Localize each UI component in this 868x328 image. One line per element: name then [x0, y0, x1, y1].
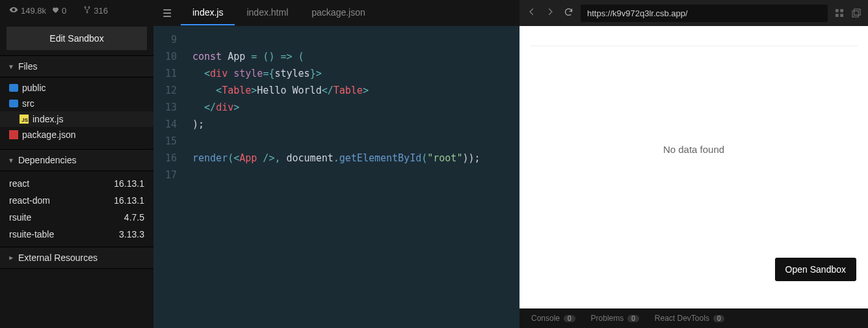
- dep-react-dom[interactable]: react-dom16.13.1: [0, 192, 153, 209]
- file-label: src: [22, 98, 34, 109]
- preview-panel: https://k9v972q3lr.csb.app/ No data foun…: [519, 0, 868, 328]
- file-package-json[interactable]: package.json: [0, 127, 153, 143]
- forward-button[interactable]: [544, 7, 556, 19]
- new-window-icon[interactable]: [851, 8, 861, 18]
- file-index-js[interactable]: JSindex.js: [0, 111, 153, 127]
- chevron-down-icon: ▼: [8, 157, 14, 164]
- ext-label: External Resources: [18, 253, 98, 263]
- files-section-header[interactable]: ▼ Files: [0, 55, 153, 77]
- deps-section-header[interactable]: ▼ Dependencies: [0, 149, 153, 171]
- deps-list: react16.13.1react-dom16.13.1rsuite4.7.5r…: [0, 171, 153, 247]
- reload-button[interactable]: [562, 7, 574, 20]
- preview-body: No data found Open Sandbox: [519, 26, 868, 308]
- open-sandbox-button[interactable]: Open Sandbox: [775, 258, 856, 281]
- svg-rect-4: [840, 9, 843, 12]
- deps-label: Dependencies: [18, 155, 77, 165]
- dep-name: react: [9, 178, 29, 189]
- views-stat: 149.8k: [9, 5, 46, 16]
- sidebar: 149.8k 0 316 Edit Sandbox ▼ Files public…: [0, 0, 153, 328]
- likes-count: 0: [62, 6, 66, 16]
- svg-point-0: [85, 7, 86, 8]
- tab-index-html[interactable]: index.html: [235, 1, 300, 25]
- devtab-problems[interactable]: Problems0: [591, 314, 639, 323]
- devtools-bar: Console0Problems0React DevTools0: [519, 308, 868, 328]
- svg-rect-7: [854, 9, 860, 15]
- dep-name: rsuite-table: [9, 229, 54, 239]
- edit-sandbox-button[interactable]: Edit Sandbox: [7, 27, 147, 50]
- dep-react[interactable]: react16.13.1: [0, 175, 153, 192]
- devtab-console[interactable]: Console0: [531, 314, 575, 323]
- url-bar[interactable]: https://k9v972q3lr.csb.app/: [581, 5, 828, 22]
- svg-rect-3: [835, 9, 839, 12]
- js-icon: JS: [20, 115, 29, 124]
- file-label: package.json: [22, 130, 76, 140]
- folder-icon: [9, 100, 18, 107]
- file-label: index.js: [33, 114, 63, 124]
- tab-package-json[interactable]: package.json: [300, 1, 377, 25]
- dep-version: 16.13.1: [114, 195, 144, 206]
- tab-index-js[interactable]: index.js: [181, 1, 235, 25]
- expand-icon[interactable]: [834, 8, 845, 18]
- files-label: Files: [18, 61, 38, 72]
- back-button[interactable]: [526, 7, 538, 19]
- svg-rect-6: [840, 14, 843, 17]
- devtab-label: React DevTools: [655, 314, 709, 323]
- folder-icon: [9, 84, 18, 92]
- file-src[interactable]: src: [0, 96, 153, 111]
- dep-rsuite-table[interactable]: rsuite-table3.13.3: [0, 226, 153, 243]
- no-data-message: No data found: [530, 46, 858, 155]
- code-content[interactable]: const App = () => ( <div style={styles}>…: [186, 26, 519, 328]
- code-area[interactable]: 91011121314151617 const App = () => ( <d…: [153, 26, 519, 328]
- count-badge: 0: [713, 315, 725, 322]
- file-label: public: [22, 83, 46, 93]
- tabs-container: index.jsindex.htmlpackage.json: [181, 1, 377, 25]
- forks-count: 316: [94, 6, 108, 16]
- count-badge: 0: [627, 315, 639, 322]
- dep-version: 3.13.3: [119, 229, 144, 239]
- hamburger-icon[interactable]: ☰: [153, 7, 181, 20]
- heart-icon: [51, 6, 59, 16]
- editor-panel: ☰ index.jsindex.htmlpackage.json 9101112…: [153, 0, 519, 328]
- file-public[interactable]: public: [0, 80, 153, 96]
- likes-stat: 0: [51, 6, 66, 16]
- views-count: 149.8k: [21, 6, 46, 16]
- fork-icon: [83, 5, 91, 16]
- svg-point-1: [88, 7, 90, 8]
- gutter: 91011121314151617: [153, 26, 186, 328]
- stats-row: 149.8k 0 316: [0, 0, 153, 21]
- devtab-react-devtools[interactable]: React DevTools0: [655, 314, 725, 323]
- svg-rect-8: [852, 11, 858, 17]
- ext-section-header[interactable]: ▼ External Resources: [0, 247, 153, 269]
- dep-name: rsuite: [9, 212, 31, 223]
- chevron-right-icon: ▼: [7, 254, 14, 261]
- tab-bar: ☰ index.jsindex.htmlpackage.json: [153, 0, 519, 26]
- count-badge: 0: [564, 315, 575, 322]
- devtab-label: Problems: [591, 314, 624, 323]
- chevron-down-icon: ▼: [8, 63, 14, 70]
- devtab-label: Console: [531, 314, 560, 323]
- dep-version: 4.7.5: [124, 212, 144, 223]
- svg-rect-5: [835, 14, 839, 17]
- file-tree: publicsrcJSindex.jspackage.json: [0, 77, 153, 149]
- dep-rsuite[interactable]: rsuite4.7.5: [0, 209, 153, 226]
- eye-icon: [9, 5, 18, 16]
- dep-version: 16.13.1: [114, 178, 144, 189]
- dep-name: react-dom: [9, 195, 50, 206]
- forks-stat: 316: [83, 5, 108, 16]
- svg-point-2: [86, 12, 88, 13]
- npm-icon: [9, 130, 18, 139]
- browser-bar: https://k9v972q3lr.csb.app/: [519, 0, 868, 26]
